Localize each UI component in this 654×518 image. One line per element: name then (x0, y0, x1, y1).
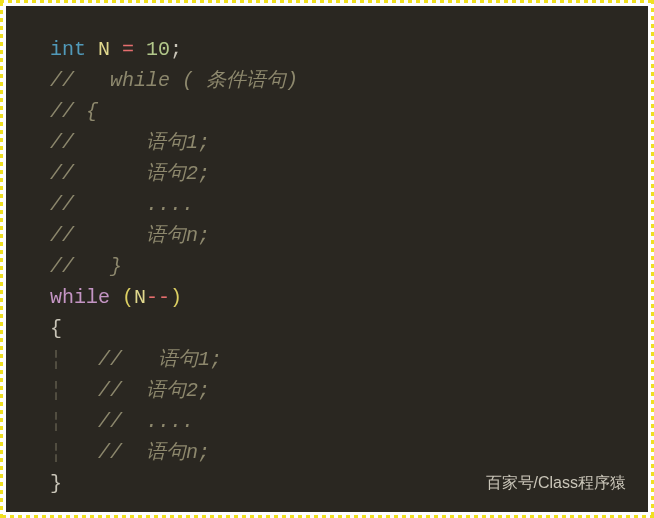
comment-text: // 语句2; (50, 162, 210, 185)
comment-text: // 语句2; (62, 379, 210, 402)
code-line-1: int N = 10; (50, 34, 612, 65)
indent-guide: ¦ (50, 406, 62, 437)
close-brace: } (50, 472, 62, 495)
code-editor-panel: int N = 10; // while ( 条件语句) // { // 语句1… (6, 6, 648, 512)
comment-text: // 语句n; (50, 224, 210, 247)
code-line-10: { (50, 313, 612, 344)
code-line-14: ¦ // 语句n; (50, 437, 612, 468)
code-line-3: // { (50, 96, 612, 127)
watermark-text: 百家号/Class程序猿 (486, 467, 626, 498)
semicolon: ; (170, 38, 182, 61)
code-line-5: // 语句2; (50, 158, 612, 189)
type-keyword: int (50, 38, 86, 61)
comment-text: // .... (50, 193, 194, 216)
comment-text: // } (50, 255, 122, 278)
while-keyword: while (50, 286, 110, 309)
decrement-operator: -- (146, 286, 170, 309)
open-paren: ( (122, 286, 134, 309)
indent-guide: ¦ (50, 344, 62, 375)
variable-name: N (86, 38, 122, 61)
close-paren: ) (170, 286, 182, 309)
comment-text: // 语句n; (62, 441, 210, 464)
code-line-6: // .... (50, 189, 612, 220)
code-line-7: // 语句n; (50, 220, 612, 251)
comment-text: // .... (62, 410, 194, 433)
comment-text: // 语句1; (50, 131, 210, 154)
number-literal: 10 (134, 38, 170, 61)
code-line-4: // 语句1; (50, 127, 612, 158)
indent-guide: ¦ (50, 437, 62, 468)
code-line-13: ¦ // .... (50, 406, 612, 437)
code-line-12: ¦ // 语句2; (50, 375, 612, 406)
code-line-2: // while ( 条件语句) (50, 65, 612, 96)
code-line-11: ¦ // 语句1; (50, 344, 612, 375)
code-line-9: while (N--) (50, 282, 612, 313)
indent-guide: ¦ (50, 375, 62, 406)
open-brace: { (50, 317, 62, 340)
comment-text: // while ( 条件语句) (50, 69, 298, 92)
variable-name: N (134, 286, 146, 309)
comment-text: // { (50, 100, 98, 123)
assign-operator: = (122, 38, 134, 61)
code-line-8: // } (50, 251, 612, 282)
comment-text: // 语句1; (62, 348, 222, 371)
